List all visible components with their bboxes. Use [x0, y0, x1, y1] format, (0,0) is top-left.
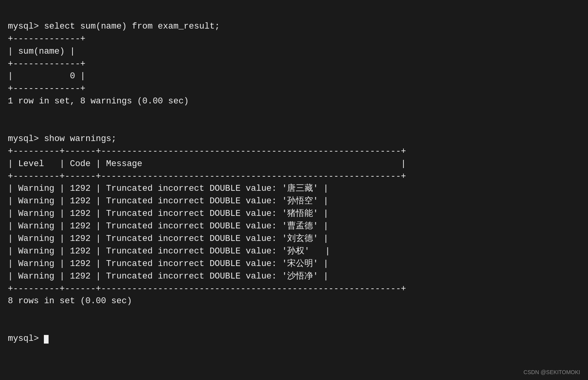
warning-row-3: | Warning | 1292 | Truncated incorrect D… [8, 209, 329, 219]
table1-header: | sum(name) | [8, 47, 75, 56]
final-prompt: mysql> [8, 334, 49, 344]
table2-border-bot: +---------+------+----------------------… [8, 284, 406, 294]
result1: 1 row in set, 8 warnings (0.00 sec) [8, 96, 189, 106]
table2-border-mid: +---------+------+----------------------… [8, 172, 406, 181]
warning-row-8: | Warning | 1292 | Truncated incorrect D… [8, 271, 329, 281]
warning-row-7: | Warning | 1292 | Truncated incorrect D… [8, 259, 329, 269]
command1-line: mysql> select sum(name) from exam_result… [8, 22, 220, 31]
warning-row-6: | Warning | 1292 | Truncated incorrect D… [8, 246, 330, 256]
warning-row-4: | Warning | 1292 | Truncated incorrect D… [8, 221, 329, 231]
command2-line: mysql> show warnings; [8, 134, 116, 144]
warning-row-5: | Warning | 1292 | Truncated incorrect D… [8, 234, 329, 244]
table2-header: | Level | Code | Message | [8, 159, 406, 169]
watermark-text: CSDN @SEKITOMOKI [523, 369, 580, 375]
table1-border-bot: +-------------+ [8, 84, 85, 94]
table2-border-top: +---------+------+----------------------… [8, 147, 406, 156]
cursor [44, 335, 49, 344]
warning-row-1: | Warning | 1292 | Truncated incorrect D… [8, 184, 329, 194]
terminal-output: mysql> select sum(name) from exam_result… [8, 8, 580, 345]
blank1 [8, 121, 13, 131]
table1-border-top: +-------------+ [8, 34, 85, 44]
result2: 8 rows in set (0.00 sec) [8, 296, 132, 306]
warning-row-2: | Warning | 1292 | Truncated incorrect D… [8, 196, 329, 206]
table1-row: | 0 | [8, 71, 85, 81]
table1-border-mid: +-------------+ [8, 59, 85, 69]
blank2 [8, 321, 13, 331]
